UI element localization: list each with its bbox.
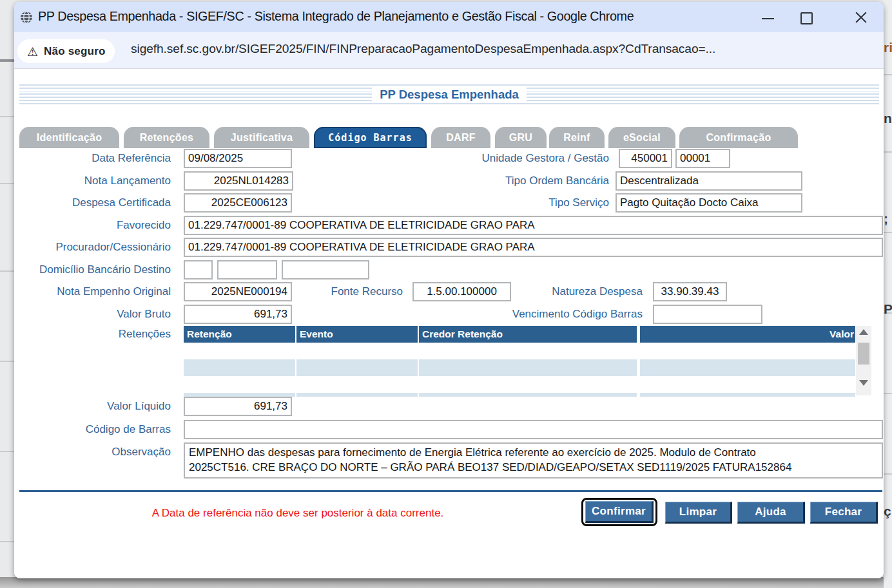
input-gestao[interactable] <box>675 149 730 168</box>
input-valor-liquido[interactable] <box>184 397 292 416</box>
column-header-evento[interactable]: Evento <box>296 326 418 343</box>
error-message: A Data de referência não deve ser poster… <box>79 507 517 520</box>
table-row-cell <box>419 393 637 397</box>
divider-line <box>19 490 882 492</box>
table-row-cell <box>640 393 855 397</box>
security-badge-label: Não seguro <box>44 45 106 58</box>
window-titlebar[interactable]: PP Despesa Empenhada - SIGEF/SC - Sistem… <box>14 2 884 32</box>
label-valor-bruto: Valor Bruto <box>16 305 171 324</box>
label-codigo-de-barras: Código de Barras <box>16 420 171 439</box>
input-valor-bruto[interactable] <box>184 305 292 324</box>
maximize-button[interactable] <box>791 2 820 32</box>
bg-text-fragment: ; <box>884 211 888 227</box>
limpar-button[interactable]: Limpar <box>665 502 732 524</box>
label-fonte-recurso: Fonte Recurso <box>274 282 403 301</box>
label-tipo-ordem-bancaria: Tipo Ordem Bancária <box>416 171 609 191</box>
tab-codigo-barras[interactable]: Código Barras <box>314 127 427 148</box>
column-header-credor-retencao[interactable]: Credor Retenção <box>419 326 637 343</box>
input-vencimento-codigo-barras[interactable] <box>653 305 762 324</box>
chrome-popup-window: PP Despesa Empenhada - SIGEF/SC - Sistem… <box>14 2 884 578</box>
bg-text-fragment: ç <box>884 504 891 519</box>
tab-label: Justificativa <box>231 132 293 144</box>
close-button[interactable] <box>846 2 876 32</box>
label-vencimento-codigo-barras: Vencimento Código Barras <box>462 305 643 324</box>
ajuda-button[interactable]: Ajuda <box>737 502 805 524</box>
table-scrollbar[interactable] <box>856 326 871 395</box>
scrollbar-thumb[interactable] <box>858 343 869 365</box>
tab-label: GRU <box>509 132 532 144</box>
url-text[interactable]: sigefh.sef.sc.gov.br/SIGEF2025/FIN/FINPr… <box>131 42 715 56</box>
input-tipo-servico[interactable] <box>616 193 802 213</box>
label-data-referencia: Data Referência <box>16 149 171 168</box>
window-title: PP Despesa Empenhada - SIGEF/SC - Sistem… <box>38 9 634 24</box>
label-unidade-gestora: Unidade Gestora / Gestão <box>416 149 609 168</box>
input-observacao[interactable]: EMPENHO das despesas para fornecimento d… <box>184 442 883 479</box>
column-header-retencao[interactable]: Retenção <box>184 326 295 343</box>
tab-esocial[interactable]: eSocial <box>608 127 675 148</box>
label-despesa-certificada: Despesa Certificada <box>16 193 171 213</box>
input-domicilio-banco[interactable] <box>184 260 213 280</box>
tab-retencoes[interactable]: Retenções <box>124 127 209 148</box>
bg-text-fragment: ri <box>884 40 892 55</box>
tab-gru[interactable]: GRU <box>495 127 547 148</box>
input-natureza-despesa[interactable] <box>653 282 727 301</box>
table-row-cell <box>296 359 418 376</box>
input-data-referencia[interactable] <box>184 149 292 168</box>
background-page-right-sliver: ri na ; Pa ç <box>884 0 892 588</box>
tab-darf[interactable]: DARF <box>431 127 490 148</box>
table-row-cell <box>419 359 637 376</box>
input-despesa-certificada[interactable] <box>184 193 292 213</box>
scrollbar-up-arrow[interactable] <box>859 329 868 335</box>
label-tipo-servico: Tipo Serviço <box>416 193 609 213</box>
input-favorecido[interactable] <box>184 216 883 235</box>
tab-label: Confirmação <box>706 132 771 144</box>
warning-icon: ⚠ <box>27 44 38 59</box>
label-favorecido: Favorecido <box>16 216 171 235</box>
input-unidade-gestora[interactable] <box>619 149 672 168</box>
confirmar-button[interactable]: Confirmar <box>585 501 654 523</box>
input-nota-lancamento[interactable] <box>184 171 293 191</box>
bg-text-fragment: Pa <box>884 301 892 317</box>
tab-label: Retenções <box>140 132 194 144</box>
security-badge[interactable]: ⚠ Não seguro <box>17 39 115 63</box>
table-row-cell <box>296 393 418 397</box>
minimize-button[interactable] <box>753 2 782 32</box>
background-page-bottom-sliver <box>0 577 892 588</box>
table-row-cell <box>184 359 295 376</box>
label-nota-lancamento: Nota Lançamento <box>16 171 171 191</box>
tab-label: DARF <box>446 132 476 144</box>
input-procurador[interactable] <box>184 238 883 257</box>
address-bar: ⚠ Não seguro sigefh.sef.sc.gov.br/SIGEF2… <box>14 32 884 69</box>
tab-label: Reinf <box>563 132 590 144</box>
tab-confirmacao[interactable]: Confirmação <box>679 127 798 148</box>
label-natureza-despesa: Natureza Despesa <box>462 282 643 301</box>
tab-identificacao[interactable]: Identificação <box>19 127 119 148</box>
column-header-valor[interactable]: Valor <box>640 326 855 343</box>
input-domicilio-conta[interactable] <box>282 260 369 280</box>
bg-text-fragment: na <box>884 111 892 126</box>
label-observacao: Observação <box>16 442 171 462</box>
table-row-cell <box>640 359 855 376</box>
label-nota-empenho: Nota Empenho Original <box>16 282 171 301</box>
input-tipo-ordem-bancaria[interactable] <box>616 171 802 191</box>
label-retencoes: Retenções <box>16 325 171 344</box>
page-title-band: PP Despesa Empenhada <box>19 84 879 104</box>
background-page-left-sliver <box>0 0 14 588</box>
tab-label: Identificação <box>37 132 102 144</box>
input-domicilio-agencia[interactable] <box>217 260 277 280</box>
tab-label: eSocial <box>623 132 661 144</box>
scrollbar-down-arrow[interactable] <box>859 380 868 386</box>
label-domicilio-bancario: Domicílio Bancário Destino <box>16 260 171 280</box>
input-codigo-de-barras[interactable] <box>184 420 883 439</box>
tab-justificativa[interactable]: Justificativa <box>214 127 309 148</box>
tab-reinf[interactable]: Reinf <box>549 127 605 148</box>
tab-label: Código Barras <box>328 132 412 144</box>
page-title: PP Despesa Empenhada <box>372 86 527 103</box>
page-content: PP Despesa Empenhada Identificação Reten… <box>14 69 884 578</box>
label-procurador: Procurador/Cessionário <box>16 238 171 257</box>
globe-icon <box>20 11 33 24</box>
fechar-button[interactable]: Fechar <box>810 502 878 524</box>
label-valor-liquido: Valor Líquido <box>16 397 171 416</box>
